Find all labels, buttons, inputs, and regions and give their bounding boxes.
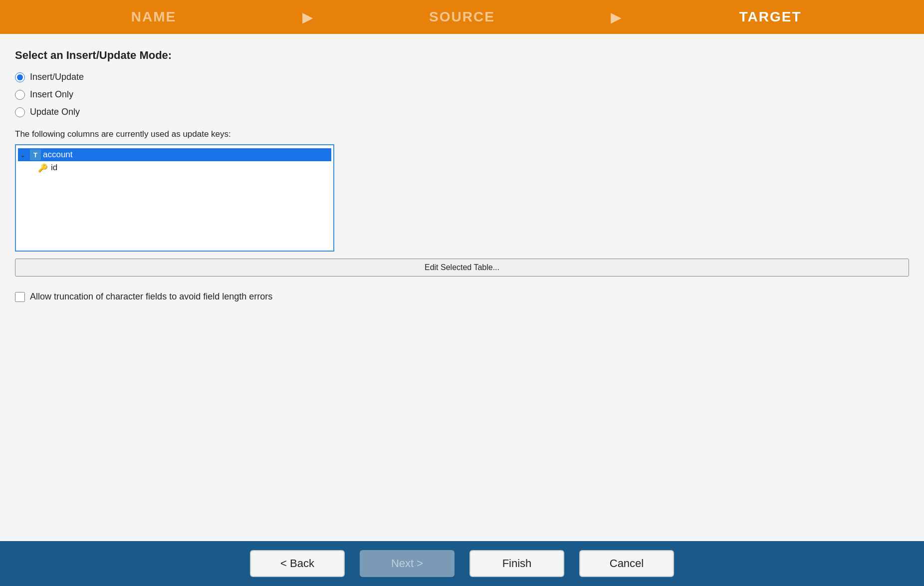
wizard-arrow-2: ▶ [606,9,627,25]
next-button[interactable]: Next > [360,550,455,577]
tree-table-icon: T [30,149,41,160]
radio-insert-only-input[interactable] [15,90,25,100]
back-button[interactable]: < Back [250,550,345,577]
edit-selected-table-button[interactable]: Edit Selected Table... [15,259,909,277]
tree-panel[interactable]: ⌄ T account 🔑 id [15,144,334,252]
wizard-step-target: TARGET [627,9,914,25]
radio-group: Insert/Update Insert Only Update Only [15,72,909,117]
tree-chevron-icon: ⌄ [20,151,28,159]
wizard-step-name: NAME [10,9,297,25]
tree-root-label: account [43,150,73,160]
wizard-arrow-1: ▶ [297,9,318,25]
radio-insert-update-input[interactable] [15,72,25,82]
footer: < Back Next > Finish Cancel [0,541,924,586]
wizard-step-source: SOURCE [318,9,606,25]
radio-update-only[interactable]: Update Only [15,107,909,117]
radio-insert-update[interactable]: Insert/Update [15,72,909,82]
truncation-checkbox[interactable] [15,292,25,302]
tree-child-label-id: id [51,163,57,173]
main-content: Select an Insert/Update Mode: Insert/Upd… [0,34,924,541]
finish-button[interactable]: Finish [469,550,564,577]
section-title: Select an Insert/Update Mode: [15,49,909,62]
wizard-header: NAME ▶ SOURCE ▶ TARGET [0,0,924,34]
radio-update-only-input[interactable] [15,107,25,117]
radio-insert-only[interactable]: Insert Only [15,89,909,100]
truncation-checkbox-row[interactable]: Allow truncation of character fields to … [15,292,909,302]
update-keys-label: The following columns are currently used… [15,129,909,139]
tree-key-icon: 🔑 [38,163,48,173]
tree-root-row[interactable]: ⌄ T account [18,148,331,161]
cancel-button[interactable]: Cancel [579,550,674,577]
tree-child-row-id[interactable]: 🔑 id [18,161,331,174]
